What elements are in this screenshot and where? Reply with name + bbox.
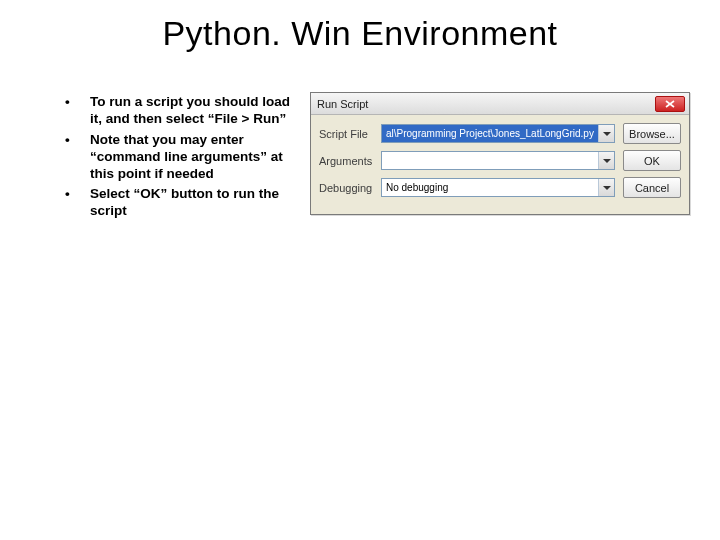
ok-button[interactable]: OK <box>623 150 681 171</box>
chevron-down-icon[interactable] <box>598 179 614 196</box>
arguments-input[interactable] <box>381 151 615 170</box>
run-script-dialog: Run Script Script File Browse... Argumen… <box>310 92 690 215</box>
close-button[interactable] <box>655 96 685 112</box>
close-icon <box>665 100 675 108</box>
dialog-title: Run Script <box>317 98 655 110</box>
script-file-label: Script File <box>319 128 381 140</box>
list-item: To run a script you should load it, and … <box>62 94 292 128</box>
script-file-combo[interactable] <box>381 124 615 143</box>
browse-button[interactable]: Browse... <box>623 123 681 144</box>
chevron-down-icon[interactable] <box>598 152 614 169</box>
bullet-list: To run a script you should load it, and … <box>62 94 292 224</box>
dialog-titlebar[interactable]: Run Script <box>311 93 689 115</box>
arguments-combo[interactable] <box>381 151 615 170</box>
arguments-row: Arguments OK <box>319 150 681 171</box>
dialog-body: Script File Browse... Arguments OK Debug… <box>311 115 689 214</box>
script-file-input[interactable] <box>381 124 615 143</box>
script-file-row: Script File Browse... <box>319 123 681 144</box>
slide: Python. Win Environment To run a script … <box>0 0 720 540</box>
chevron-down-icon[interactable] <box>598 125 614 142</box>
cancel-button[interactable]: Cancel <box>623 177 681 198</box>
arguments-label: Arguments <box>319 155 381 167</box>
debugging-combo[interactable] <box>381 178 615 197</box>
list-item: Select “OK” button to run the script <box>62 186 292 220</box>
slide-title: Python. Win Environment <box>0 14 720 53</box>
debugging-row: Debugging Cancel <box>319 177 681 198</box>
debugging-label: Debugging <box>319 182 381 194</box>
debugging-input[interactable] <box>381 178 615 197</box>
list-item: Note that you may enter “command line ar… <box>62 132 292 183</box>
